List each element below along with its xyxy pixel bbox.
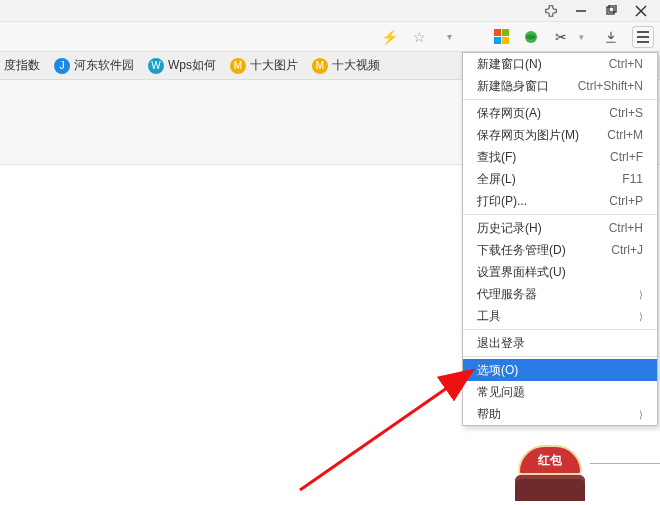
bookmark-favicon: J [54, 58, 70, 74]
chevron-down-small-icon[interactable]: ▾ [572, 28, 590, 46]
menu-item[interactable]: 全屏(L)F11 [463, 168, 657, 190]
bookmark-item[interactable]: M 十大视频 [312, 57, 380, 74]
menu-item-label: 新建窗口(N) [477, 56, 542, 73]
menu-item-label: 帮助 [477, 406, 501, 423]
maximize-button[interactable] [596, 0, 626, 22]
menu-item[interactable]: 新建隐身窗口Ctrl+Shift+N [463, 75, 657, 97]
menu-item-shortcut: F11 [622, 172, 643, 186]
menu-item[interactable]: 选项(O) [463, 359, 657, 381]
menu-item[interactable]: 常见问题 [463, 381, 657, 403]
menu-separator [463, 329, 657, 330]
menu-item[interactable]: 退出登录 [463, 332, 657, 354]
red-envelope-body [515, 475, 585, 501]
star-icon[interactable]: ☆ [410, 28, 428, 46]
chevron-down-icon[interactable]: ▾ [440, 28, 458, 46]
bookmark-item[interactable]: W Wps如何 [148, 57, 216, 74]
menu-separator [463, 356, 657, 357]
decorative-line [590, 463, 660, 464]
menu-item-label: 代理服务器 [477, 286, 537, 303]
menu-item-label: 工具 [477, 308, 501, 325]
menu-item-shortcut: Ctrl+P [609, 194, 643, 208]
svg-rect-2 [609, 5, 616, 12]
menu-item[interactable]: 打印(P)...Ctrl+P [463, 190, 657, 212]
menu-item-shortcut: Ctrl+Shift+N [578, 79, 643, 93]
menu-separator [463, 214, 657, 215]
bookmark-favicon: M [230, 58, 246, 74]
red-envelope-label: 红包 [518, 445, 582, 475]
extension-icon[interactable] [536, 0, 566, 22]
menu-item[interactable]: 保存网页(A)Ctrl+S [463, 102, 657, 124]
menu-item-label: 选项(O) [477, 362, 518, 379]
menu-item-shortcut: Ctrl+N [609, 57, 643, 71]
main-menu-button[interactable] [632, 26, 654, 48]
menu-item[interactable]: 历史记录(H)Ctrl+H [463, 217, 657, 239]
menu-separator [463, 99, 657, 100]
menu-item-label: 打印(P)... [477, 193, 527, 210]
download-icon[interactable] [602, 28, 620, 46]
submenu-arrow-icon: ⟩ [639, 311, 643, 322]
menu-item[interactable]: 新建窗口(N)Ctrl+N [463, 53, 657, 75]
bookmark-label: 度指数 [4, 57, 40, 74]
bookmark-label: 十大视频 [332, 57, 380, 74]
window-titlebar [0, 0, 660, 22]
menu-item[interactable]: 设置界面样式(U) [463, 261, 657, 283]
flash-icon[interactable]: ⚡ [380, 28, 398, 46]
globe-icon[interactable] [522, 28, 540, 46]
bookmark-favicon: W [148, 58, 164, 74]
submenu-arrow-icon: ⟩ [639, 289, 643, 300]
menu-item-label: 设置界面样式(U) [477, 264, 566, 281]
menu-item-label: 下载任务管理(D) [477, 242, 566, 259]
bookmark-item[interactable]: J 河东软件园 [54, 57, 134, 74]
menu-item-shortcut: Ctrl+F [610, 150, 643, 164]
bookmark-label: Wps如何 [168, 57, 216, 74]
menu-item[interactable]: 查找(F)Ctrl+F [463, 146, 657, 168]
microsoft-icon[interactable] [492, 28, 510, 46]
menu-item-shortcut: Ctrl+M [607, 128, 643, 142]
menu-item[interactable]: 保存网页为图片(M)Ctrl+M [463, 124, 657, 146]
main-menu-dropdown: 新建窗口(N)Ctrl+N新建隐身窗口Ctrl+Shift+N保存网页(A)Ct… [462, 52, 658, 426]
red-envelope-widget[interactable]: 红包 [510, 445, 590, 505]
scissors-icon[interactable]: ✂ [552, 28, 570, 46]
menu-item[interactable]: 代理服务器⟩ [463, 283, 657, 305]
menu-item-label: 历史记录(H) [477, 220, 542, 237]
bookmark-label: 河东软件园 [74, 57, 134, 74]
menu-item-label: 保存网页(A) [477, 105, 541, 122]
close-button[interactable] [626, 0, 656, 22]
browser-toolbar: ⚡ ☆ ▾ ✂ ▾ [0, 22, 660, 52]
menu-item[interactable]: 工具⟩ [463, 305, 657, 327]
bookmark-item[interactable]: 度指数 [4, 57, 40, 74]
menu-item-label: 常见问题 [477, 384, 525, 401]
bookmark-item[interactable]: M 十大图片 [230, 57, 298, 74]
menu-item[interactable]: 下载任务管理(D)Ctrl+J [463, 239, 657, 261]
menu-item-shortcut: Ctrl+J [611, 243, 643, 257]
menu-item-label: 退出登录 [477, 335, 525, 352]
menu-item-label: 全屏(L) [477, 171, 516, 188]
menu-item-label: 查找(F) [477, 149, 516, 166]
submenu-arrow-icon: ⟩ [639, 409, 643, 420]
menu-item-label: 新建隐身窗口 [477, 78, 549, 95]
menu-item-shortcut: Ctrl+S [609, 106, 643, 120]
menu-item-shortcut: Ctrl+H [609, 221, 643, 235]
minimize-button[interactable] [566, 0, 596, 22]
bookmark-favicon: M [312, 58, 328, 74]
menu-item-label: 保存网页为图片(M) [477, 127, 579, 144]
bookmark-label: 十大图片 [250, 57, 298, 74]
menu-item[interactable]: 帮助⟩ [463, 403, 657, 425]
svg-rect-1 [607, 7, 614, 14]
